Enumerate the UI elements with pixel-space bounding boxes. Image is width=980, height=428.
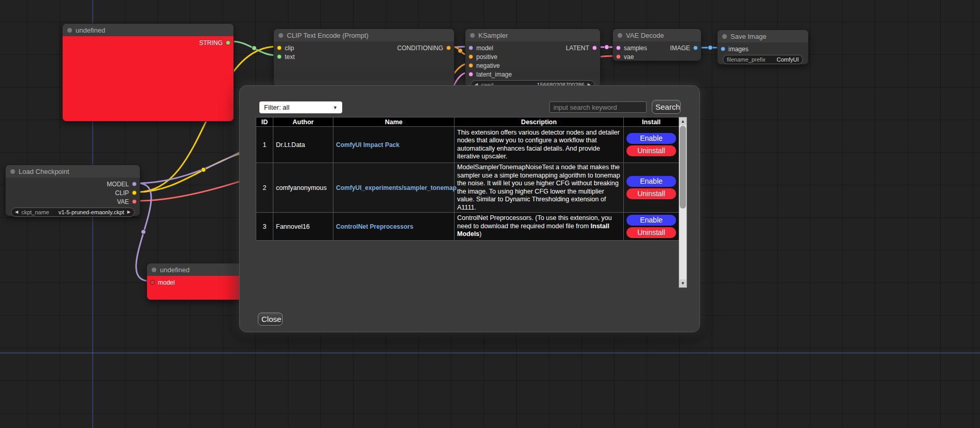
node-title: Save Image xyxy=(730,33,766,40)
output-label: STRING xyxy=(199,39,223,47)
node-load-checkpoint[interactable]: Load Checkpoint MODEL CLIP VAE ◀ ckpt_na… xyxy=(5,165,140,216)
link-midpoint-dot xyxy=(141,230,146,234)
node-title-bar[interactable]: undefined xyxy=(147,263,242,276)
collapse-dot-icon[interactable] xyxy=(618,33,622,38)
cell-install: Enable Uninstall xyxy=(624,163,679,213)
cell-id: 2 xyxy=(256,163,273,213)
collapse-dot-icon[interactable] xyxy=(470,33,475,38)
node-title-bar[interactable]: CLIP Text Encode (Prompt) xyxy=(274,29,454,41)
image-output-dot-icon[interactable] xyxy=(693,46,698,50)
scroll-down-icon[interactable]: ▼ xyxy=(679,279,686,287)
collapse-dot-icon[interactable] xyxy=(152,268,156,272)
input-label: latent_image xyxy=(476,71,512,78)
node-body: clip CONDITIONING text xyxy=(274,41,454,86)
widget-name: ckpt_name xyxy=(21,209,49,215)
node-title-bar[interactable]: Save Image xyxy=(718,30,808,42)
model-output-dot-icon[interactable] xyxy=(132,182,137,186)
extension-link[interactable]: ComfyUI_experiments/sampler_tonemap xyxy=(336,184,457,191)
custom-nodes-manager-dialog: Filter: all ▼ Search ID Author Name Desc… xyxy=(239,85,700,332)
cell-name: ControlNet Preprocessors xyxy=(333,213,455,241)
link-midpoint-dot xyxy=(252,46,257,51)
close-button[interactable]: Close xyxy=(258,313,283,326)
negative-input-dot-icon[interactable] xyxy=(469,63,473,68)
images-input-dot-icon[interactable] xyxy=(721,47,725,51)
uninstall-button[interactable]: Uninstall xyxy=(626,188,676,199)
uninstall-button[interactable]: Uninstall xyxy=(626,145,676,156)
node-title-bar[interactable]: VAE Decode xyxy=(613,29,701,41)
node-title-bar[interactable]: undefined xyxy=(63,24,233,36)
input-label: samples xyxy=(624,45,647,52)
extension-link[interactable]: ComfyUI Impact Pack xyxy=(336,141,400,149)
latent-image-input-dot-icon[interactable] xyxy=(469,72,473,77)
node-undefined-bottom[interactable]: undefined model xyxy=(147,263,243,300)
decrement-arrow-icon[interactable]: ◀ xyxy=(15,210,18,214)
cell-description: This extension offers various detector n… xyxy=(455,127,624,163)
ckpt-name-widget[interactable]: ◀ ckpt_name v1-5-pruned-emaonly.ckpt ▶ xyxy=(11,208,135,217)
collapse-dot-icon[interactable] xyxy=(67,28,72,33)
increment-arrow-icon[interactable]: ▶ xyxy=(127,210,130,214)
clip-input-dot-icon[interactable] xyxy=(277,46,282,50)
input-label: clip xyxy=(285,45,294,52)
output-label: IMAGE xyxy=(670,45,690,52)
latent-output-dot-icon[interactable] xyxy=(592,46,597,50)
node-title-bar[interactable]: KSampler xyxy=(465,29,600,41)
node-vae-decode[interactable]: VAE Decode samples IMAGE vae xyxy=(612,28,701,61)
link-midpoint-dot xyxy=(708,46,713,50)
enable-button[interactable]: Enable xyxy=(626,133,676,144)
collapse-dot-icon[interactable] xyxy=(10,169,15,174)
text-input-dot-icon[interactable] xyxy=(277,54,282,59)
vae-output-dot-icon[interactable] xyxy=(132,199,137,204)
node-title: CLIP Text Encode (Prompt) xyxy=(287,32,369,39)
node-ksampler[interactable]: KSampler model LATENT positive negative … xyxy=(465,28,601,87)
collapse-dot-icon[interactable] xyxy=(722,34,727,39)
string-output-dot-icon[interactable] xyxy=(226,40,230,45)
scroll-up-icon[interactable]: ▲ xyxy=(679,117,686,125)
node-body: model LATENT positive negative latent_im… xyxy=(465,41,600,86)
model-input-dot-icon[interactable] xyxy=(150,280,155,285)
enable-button[interactable]: Enable xyxy=(626,215,676,226)
link-midpoint-dot xyxy=(605,45,609,50)
table-scrollbar[interactable]: ▲ ▼ xyxy=(679,117,687,288)
node-title: KSampler xyxy=(478,32,508,39)
filter-dropdown[interactable]: Filter: all ▼ xyxy=(259,101,342,113)
column-header-author: Author xyxy=(273,117,333,127)
scrollbar-thumb[interactable] xyxy=(680,126,686,209)
column-header-id: ID xyxy=(256,117,273,127)
link-midpoint-dot xyxy=(201,168,206,172)
widget-value: v1-5-pruned-emaonly.ckpt xyxy=(58,209,124,215)
collapse-dot-icon[interactable] xyxy=(279,33,283,38)
conditioning-output-dot-icon[interactable] xyxy=(446,46,451,50)
output-label: VAE xyxy=(117,198,129,205)
input-label: model xyxy=(476,45,493,52)
node-title: undefined xyxy=(76,26,105,34)
error-node-body: model xyxy=(147,276,242,300)
filename-prefix-widget[interactable]: filename_prefix ComfyUI xyxy=(723,55,803,64)
vae-input-dot-icon[interactable] xyxy=(616,54,621,59)
samples-input-dot-icon[interactable] xyxy=(616,46,621,50)
extension-link[interactable]: ControlNet Preprocessors xyxy=(336,223,413,230)
node-undefined-top[interactable]: undefined STRING xyxy=(62,23,234,122)
node-title-bar[interactable]: Load Checkpoint xyxy=(6,165,140,178)
cell-author: Dr.Lt.Data xyxy=(273,127,333,163)
search-input[interactable] xyxy=(549,101,647,113)
output-label: CLIP xyxy=(115,189,129,197)
input-label: vae xyxy=(624,53,634,61)
search-button[interactable]: Search xyxy=(652,100,681,114)
cell-description: ControlNet Preprocessors. (To use this e… xyxy=(455,213,624,241)
model-input-dot-icon[interactable] xyxy=(469,46,473,50)
node-save-image[interactable]: Save Image images filename_prefix ComfyU… xyxy=(717,29,809,65)
node-title: undefined xyxy=(160,266,189,274)
cell-name: ComfyUI_experiments/sampler_tonemap xyxy=(333,163,455,213)
node-clip-text-encode[interactable]: CLIP Text Encode (Prompt) clip CONDITION… xyxy=(273,28,455,86)
positive-input-dot-icon[interactable] xyxy=(469,54,473,59)
column-header-install: Install xyxy=(624,117,679,127)
uninstall-button[interactable]: Uninstall xyxy=(626,227,676,238)
enable-button[interactable]: Enable xyxy=(626,176,676,187)
node-body: images filename_prefix ComfyUI xyxy=(718,42,808,64)
clip-output-dot-icon[interactable] xyxy=(132,190,137,195)
error-node-body: STRING xyxy=(63,36,233,121)
cell-author: comfyanonymous xyxy=(273,163,333,213)
table-row: 2 comfyanonymous ComfyUI_experiments/sam… xyxy=(256,163,679,213)
column-header-name: Name xyxy=(333,117,455,127)
output-slot-row: STRING xyxy=(63,38,233,47)
